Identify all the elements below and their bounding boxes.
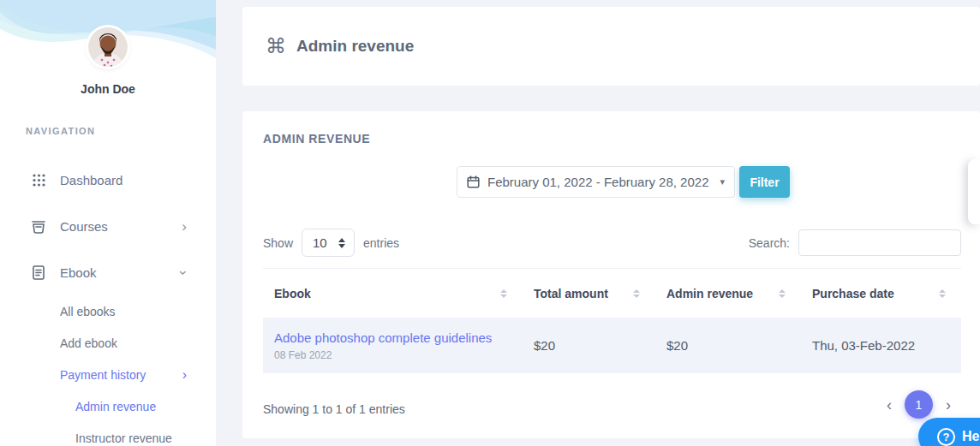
search-input[interactable] <box>798 229 961 256</box>
card-title: ADMIN REVENUE <box>263 132 370 146</box>
help-button[interactable]: ? Help <box>918 418 980 446</box>
grid-dots-icon <box>31 172 46 187</box>
sidebar-menu: Dashboard Courses › Ebook › <box>0 157 216 446</box>
chevron-right-icon: › <box>182 219 187 234</box>
ebook-title-link[interactable]: Adobe photoshop complete guidelines <box>274 330 523 345</box>
sort-icon <box>500 289 507 298</box>
help-label: Help <box>962 429 980 444</box>
sort-icon <box>939 289 946 298</box>
sidebar-item-ebook[interactable]: Ebook › <box>0 249 216 295</box>
sidebar-item-all-ebooks[interactable]: All ebooks <box>0 295 216 327</box>
sort-icon <box>633 289 640 298</box>
table-info: Showing 1 to 1 of 1 entries <box>263 402 405 416</box>
column-header-admin-revenue[interactable]: Admin revenue <box>655 287 801 300</box>
sidebar-item-label: All ebooks <box>60 305 116 318</box>
sidebar-item-label: Admin revenue <box>75 400 156 413</box>
user-name: John Doe <box>0 82 216 96</box>
purchase-date-cell: Thu, 03-Feb-2022 <box>801 318 961 373</box>
book-icon <box>31 265 46 280</box>
revenue-table: Ebook Total amount Admin revenue Purchas… <box>263 268 961 373</box>
chevron-right-icon: › <box>182 368 187 382</box>
page-length-select[interactable]: 10 <box>302 229 355 257</box>
search-label: Search: <box>749 236 790 250</box>
sidebar-item-label: Instructor revenue <box>75 431 172 445</box>
pagination-page-1[interactable]: 1 <box>905 390 933 419</box>
sidebar-item-label: Add ebook <box>60 336 117 350</box>
admin-revenue-cell: $20 <box>655 318 801 373</box>
chevron-down-icon: › <box>177 270 192 275</box>
date-range-value: February 01, 2022 - February 28, 2022 <box>487 175 709 189</box>
ebook-added-date: 08 Feb 2022 <box>274 349 523 361</box>
sidebar: John Doe NAVIGATION Dashboard <box>0 0 216 446</box>
page-header: ⌘ Admin revenue <box>242 7 980 86</box>
sidebar-item-admin-revenue[interactable]: Admin revenue <box>0 390 216 422</box>
filter-button[interactable]: Filter <box>739 166 790 198</box>
sidebar-item-instructor-revenue[interactable]: Instructor revenue <box>0 422 216 446</box>
show-label: Show <box>263 236 293 250</box>
total-amount-cell: $20 <box>523 318 655 373</box>
sidebar-item-dashboard[interactable]: Dashboard <box>0 157 216 203</box>
command-icon: ⌘ <box>266 36 286 56</box>
sidebar-item-payment-history[interactable]: Payment history › <box>0 359 216 390</box>
admin-revenue-card: ADMIN REVENUE February 01, 2022 - Februa… <box>242 111 980 438</box>
column-header-purchase-date[interactable]: Purchase date <box>801 287 961 300</box>
sidebar-item-label: Courses <box>60 219 108 234</box>
pagination-prev-button[interactable]: ‹ <box>881 391 897 419</box>
sort-icon <box>779 289 786 298</box>
page-length-value: 10 <box>313 235 327 250</box>
pagination-next-button[interactable]: › <box>941 391 956 419</box>
floating-panel-toggle[interactable] <box>968 159 980 224</box>
sidebar-item-label: Dashboard <box>60 173 122 187</box>
user-avatar[interactable] <box>88 27 128 67</box>
nav-section-label: NAVIGATION <box>26 126 95 136</box>
table-header-row: Ebook Total amount Admin revenue Purchas… <box>263 269 961 318</box>
date-range-input[interactable]: February 01, 2022 - February 28, 2022 ▾ <box>457 166 735 198</box>
caret-down-icon: ▾ <box>720 176 725 187</box>
calendar-icon <box>467 175 480 188</box>
entries-label: entries <box>363 236 399 250</box>
column-header-ebook[interactable]: Ebook <box>263 287 523 300</box>
basket-icon <box>31 218 46 234</box>
page-title: Admin revenue <box>296 37 414 56</box>
sidebar-item-label: Ebook <box>60 265 97 280</box>
sidebar-item-add-ebook[interactable]: Add ebook <box>0 327 216 359</box>
pagination: ‹ 1 › <box>881 390 956 419</box>
table-row: Adobe photoshop complete guidelines 08 F… <box>263 318 961 373</box>
select-spinner-icon <box>338 238 345 248</box>
sidebar-item-label: Payment history <box>60 368 146 382</box>
question-icon: ? <box>937 428 955 446</box>
sidebar-item-courses[interactable]: Courses › <box>0 203 216 249</box>
column-header-total-amount[interactable]: Total amount <box>523 287 655 300</box>
